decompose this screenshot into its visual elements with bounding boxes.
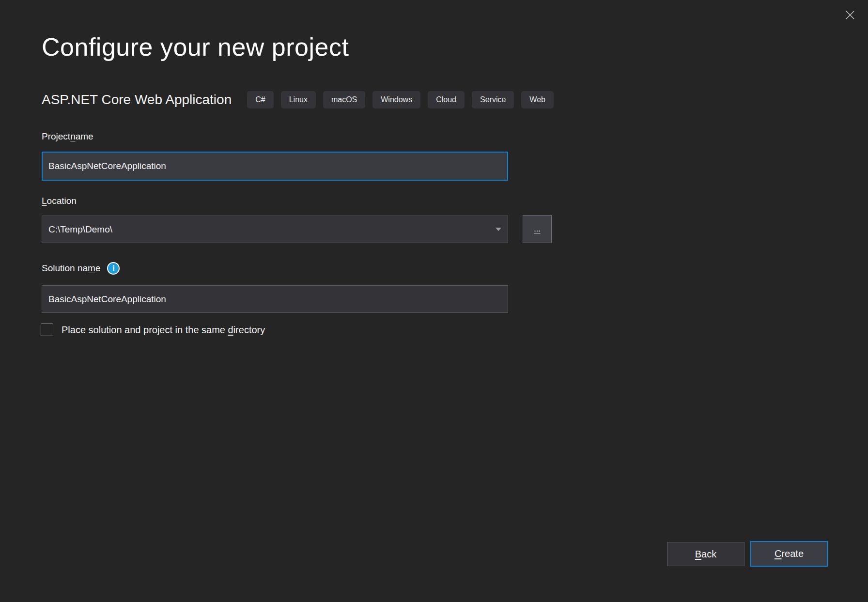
template-tag: Cloud [428,91,465,108]
project-name-label: Project name [42,131,93,142]
close-button[interactable] [842,7,858,23]
same-directory-label: Place solution and project in the same d… [62,324,265,336]
close-icon [845,10,855,20]
browse-location-button[interactable]: ... [523,215,552,243]
same-directory-checkbox[interactable] [41,324,53,336]
configure-project-dialog: Configure your new project ASP.NET Core … [0,0,868,602]
create-button[interactable]: Create [750,541,828,567]
template-tags: C#LinuxmacOSWindowsCloudServiceWeb [247,91,554,108]
template-tag: Web [521,91,554,108]
chevron-down-icon [496,228,501,231]
template-tag: macOS [323,91,365,108]
location-combobox[interactable]: C:\Temp\Demo\ [42,216,508,243]
location-value: C:\Temp\Demo\ [48,224,496,235]
same-directory-row: Place solution and project in the same d… [41,324,265,336]
solution-name-input[interactable] [42,285,508,313]
template-tag: C# [247,91,273,108]
solution-name-label: Solution name i [42,262,120,275]
project-name-input[interactable] [42,152,508,181]
template-name: ASP.NET Core Web Application [42,92,232,108]
template-tag: Linux [281,91,316,108]
template-tag: Service [472,91,514,108]
info-icon[interactable]: i [107,262,120,275]
browse-label: ... [534,225,540,233]
back-button[interactable]: Back [667,542,744,566]
template-header: ASP.NET Core Web Application C#LinuxmacO… [42,91,554,108]
template-tag: Windows [372,91,420,108]
location-label: Location [42,196,77,206]
page-title: Configure your new project [42,33,349,62]
